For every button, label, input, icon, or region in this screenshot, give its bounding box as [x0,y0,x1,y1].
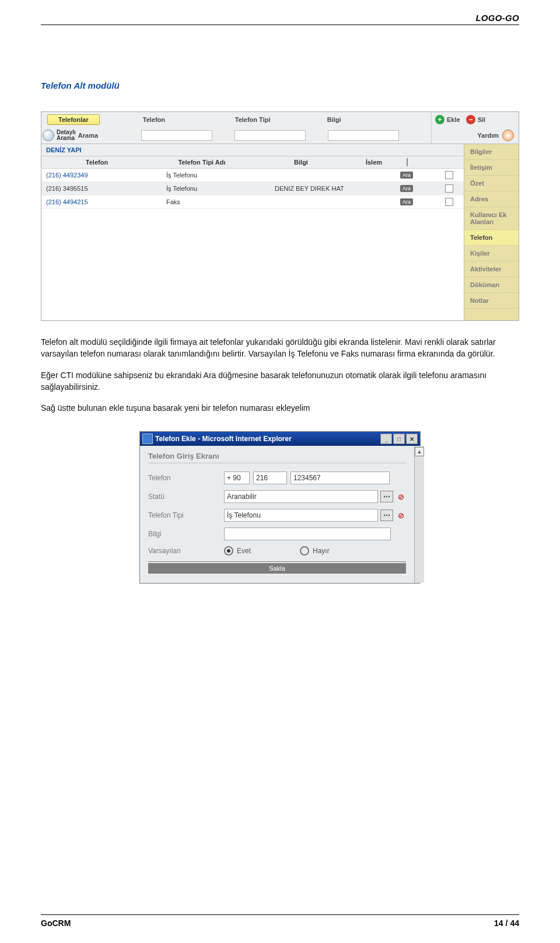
toolbar: Telefonlar Telefon Telefon Tipi Bilgi De… [41,112,519,144]
select-statu[interactable]: Aranabilir [224,490,378,503]
sidebar-item-telefon[interactable]: Telefon [464,230,519,246]
minus-icon[interactable]: − [466,115,475,124]
row-tel: (216) 3495515 [41,185,162,192]
clear-icon[interactable]: ⊘ [396,491,406,502]
top-rule [41,25,519,25]
select-tip[interactable]: İş Telefonu [224,509,378,522]
scroll-up-icon[interactable]: ▲ [415,447,424,456]
sidebar-item-notlar[interactable]: Notlar [464,293,519,309]
help-icon[interactable] [502,130,514,141]
call-button[interactable]: Ara [400,185,413,192]
search-label: Arama [78,132,98,139]
label-tip: Telefon Tipi [148,511,224,519]
input-country-code[interactable]: + 90 [224,472,250,484]
divider [148,463,406,463]
ie-icon [142,434,153,444]
radio-hayir-label: Hayır [313,547,330,555]
row-checkbox[interactable] [445,198,453,206]
call-button[interactable]: Ara [400,172,413,179]
brand-header: LOGO-GO [475,13,519,23]
sidebar-item-kisiler[interactable]: Kişiler [464,246,519,261]
label-bilgi: Bilgi [148,530,224,538]
section-title: Telefon Alt modülü [41,81,519,90]
page-number: 14 [494,918,503,928]
col-tip-ad: Telefon Tipi Adı [152,156,251,168]
sidebar-item-adres[interactable]: Adres [464,191,519,207]
select-all-checkbox[interactable] [407,158,408,166]
tab-telefonlar[interactable]: Telefonlar [47,114,100,125]
paragraph: Telefon alt modülü seçildiğinde ilgili f… [41,336,519,360]
row-tip: İş Telefonu [162,185,270,192]
sidebar-item-dokuman[interactable]: Döküman [464,277,519,293]
row-tip: İş Telefonu [162,172,270,179]
lookup-button[interactable]: ⋯ [380,509,393,521]
filter-tip-input[interactable] [235,130,306,141]
clear-icon[interactable]: ⊘ [396,510,406,521]
header-tip: Telefon Tipi [235,116,327,123]
radio-evet-label: Evet [237,547,251,555]
radio-hayir[interactable] [300,546,309,556]
plus-icon[interactable]: + [435,115,444,124]
add-button[interactable]: Ekle [447,116,460,123]
filter-telefon-input[interactable] [141,130,212,141]
footer-left: GoCRM [41,918,71,928]
input-phone-number[interactable]: 1234567 [290,472,390,484]
row-checkbox[interactable] [445,171,453,179]
lookup-button[interactable]: ⋯ [380,491,393,502]
row-bilgi: DENIZ BEY DIREK HAT [270,185,379,192]
help-link[interactable]: Yardım [477,132,499,139]
paragraph: Eğer CTI modülüne sahipseniz bu ekrandak… [41,369,519,393]
delete-button[interactable]: Sil [478,116,485,123]
row-tip: Faks [162,198,270,205]
sidebar-item-ozet[interactable]: Özet [464,176,519,191]
label-telefon: Telefon [148,474,224,482]
scrollbar[interactable]: ▲ [414,446,424,583]
input-area-code[interactable]: 216 [253,472,287,484]
dialog-titlebar: Telefon Ekle - Microsoft Internet Explor… [140,432,420,446]
dialog-title-text: Telefon Ekle - Microsoft Internet Explor… [155,435,292,443]
minimize-button[interactable]: _ [380,434,392,444]
page-total: 44 [510,918,519,928]
table-row[interactable]: (216) 4494215 Faks Ara [41,195,464,209]
body-text: Telefon alt modülü seçildiğinde ilgili f… [41,336,519,414]
col-telefon: Telefon [41,156,152,168]
grid-body: (216) 4492349 İş Telefonu Ara (216) 3495… [41,169,464,320]
save-button[interactable]: Sakla [148,563,406,574]
row-checkbox[interactable] [445,184,453,193]
maximize-button[interactable]: □ [393,434,405,444]
label-varsayilan: Varsayılan [148,547,224,555]
detailed-search-link[interactable]: Detaylı Arama [57,130,76,141]
row-tel: (216) 4492349 [41,172,162,179]
close-button[interactable]: ✕ [406,434,418,444]
dialog-header: Telefon Giriş Ekranı [148,452,406,460]
header-telefon: Telefon [143,116,235,123]
divider [148,561,406,562]
row-tel: (216) 4494215 [41,198,162,205]
sidebar-item-iletisim[interactable]: İletişim [464,160,519,176]
radio-evet[interactable] [224,546,233,556]
page-sep: / [506,918,508,928]
table-row[interactable]: (216) 3495515 İş Telefonu DENIZ BEY DIRE… [41,182,464,195]
sidebar-item-aktiviteler[interactable]: Aktiviteler [464,261,519,277]
sidebar: Bilgiler İletişim Özet Adres Kullanıcı E… [464,144,519,320]
call-button[interactable]: Ara [400,198,413,205]
sidebar-item-ek-alanlar[interactable]: Kullanıcı Ek Alanları [464,207,519,230]
company-name: DENİZ YAPI [41,144,464,156]
page-footer: GoCRM 14 / 44 [41,914,519,928]
paragraph: Sağ üstte bulunan ekle tuşuna basarak ye… [41,402,519,414]
col-islem: İslem [351,156,397,168]
search-icon[interactable] [43,130,54,141]
module-screenshot: Telefonlar Telefon Telefon Tipi Bilgi De… [41,111,519,321]
col-bilgi: Bilgi [251,156,351,168]
col-check [397,156,417,168]
filter-bilgi-input[interactable] [328,130,399,141]
sidebar-item-bilgiler[interactable]: Bilgiler [464,144,519,160]
input-bilgi[interactable] [224,528,391,540]
label-statu: Statü [148,493,224,501]
header-bilgi: Bilgi [327,116,419,123]
grid-header: Telefon Telefon Tipi Adı Bilgi İslem [41,156,464,169]
add-phone-dialog: Telefon Ekle - Microsoft Internet Explor… [139,431,421,584]
table-row[interactable]: (216) 4492349 İş Telefonu Ara [41,169,464,182]
